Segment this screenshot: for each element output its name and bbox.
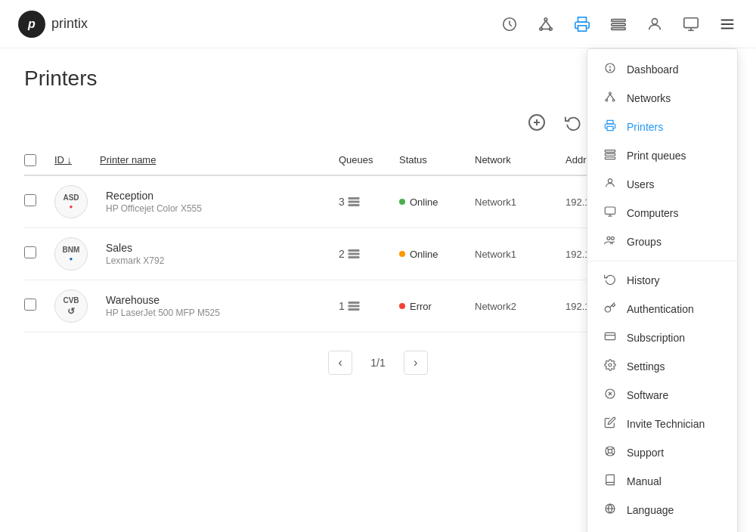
groups-label: Groups [627, 236, 662, 248]
queue-count: 2 [339, 248, 399, 260]
subscription-label: Subscription [627, 332, 685, 344]
menu-item-users[interactable]: Users [587, 170, 737, 199]
groups-icon [603, 234, 618, 249]
manual-icon [603, 474, 618, 489]
menu-item-subscription[interactable]: Subscription [587, 323, 737, 352]
network-icon[interactable] [535, 14, 556, 35]
avatar-initials: BNM [63, 246, 80, 254]
col-printer-name[interactable]: Printer name [100, 154, 339, 169]
dashboard-label: Dashboard [627, 63, 679, 76]
menu-item-manual[interactable]: Manual [587, 467, 737, 496]
printer-avatar: BNM ● [54, 237, 100, 271]
select-all-checkbox[interactable] [24, 154, 54, 169]
col-queues: Queues [339, 154, 399, 169]
menu-item-printers[interactable]: Printers [587, 113, 737, 141]
menu-item-invite-technician[interactable]: Invite Technician [587, 410, 737, 438]
user-nav-icon[interactable] [644, 14, 665, 35]
menu-item-support[interactable]: Support [587, 438, 737, 467]
row-checkbox[interactable] [24, 194, 54, 209]
svg-point-1 [544, 17, 547, 20]
app-name: printix [51, 16, 88, 32]
svg-point-55 [608, 449, 612, 453]
software-icon [603, 388, 618, 403]
printer-model: Lexmark X792 [106, 255, 339, 266]
svg-rect-45 [605, 207, 615, 214]
menu-item-software[interactable]: Software [587, 381, 737, 410]
settings-icon [603, 359, 618, 374]
status-dot [399, 303, 405, 309]
hamburger-menu-icon[interactable] [717, 14, 738, 35]
header-icons [499, 14, 738, 35]
print-queues-label: Print queues [627, 150, 686, 162]
language-label: Language [627, 504, 674, 516]
refresh-button[interactable] [559, 109, 587, 136]
svg-rect-10 [612, 23, 625, 26]
logo-letter: p [28, 17, 36, 31]
clock-icon[interactable] [499, 14, 520, 35]
invite-technician-label: Invite Technician [627, 418, 705, 430]
authentication-icon [603, 302, 618, 317]
svg-rect-41 [605, 150, 615, 153]
menu-item-history[interactable]: History [587, 266, 737, 295]
col-id[interactable]: ID ↓ [54, 154, 100, 169]
status-text: Error [410, 301, 432, 312]
svg-line-38 [610, 94, 614, 100]
computer-nav-icon[interactable] [680, 14, 702, 35]
menu-item-computers[interactable]: Computers [587, 199, 737, 227]
col-network: Network [475, 154, 565, 169]
menu-item-print-queues[interactable]: Print queues [587, 141, 737, 170]
history-icon [603, 273, 618, 288]
printers-menu-icon [603, 119, 618, 135]
subscription-icon [603, 330, 618, 345]
printer-name: Warehouse [106, 294, 339, 306]
row-checkbox[interactable] [24, 298, 54, 314]
svg-point-48 [607, 237, 610, 240]
svg-point-49 [611, 237, 614, 240]
menu-item-sign-out[interactable]: Sign out [587, 524, 737, 532]
svg-point-44 [608, 179, 612, 183]
svg-rect-42 [605, 153, 615, 156]
menu-item-dashboard[interactable]: Dashboard [587, 55, 737, 84]
printqueue-icon[interactable] [608, 14, 629, 35]
menu-item-networks[interactable]: Networks [587, 84, 737, 113]
printer-avatar: ASD ● [54, 185, 100, 218]
row-checkbox[interactable] [24, 246, 54, 261]
svg-point-33 [609, 70, 610, 70]
menu-item-groups[interactable]: Groups [587, 227, 737, 256]
users-icon [603, 177, 618, 192]
avatar-colors: ● [70, 255, 73, 262]
computers-icon [603, 206, 618, 221]
svg-point-34 [609, 92, 612, 94]
status-dot [399, 199, 405, 205]
add-printer-button[interactable] [523, 109, 550, 136]
status-badge: Online [399, 249, 475, 260]
status-text: Online [410, 196, 438, 208]
prev-page-button[interactable]: ‹ [328, 351, 352, 375]
svg-line-4 [541, 20, 546, 27]
software-label: Software [627, 389, 668, 401]
status-text: Online [410, 249, 438, 260]
computers-label: Computers [627, 207, 678, 219]
svg-rect-8 [578, 25, 587, 30]
menu-item-settings[interactable]: Settings [587, 352, 737, 381]
svg-rect-23 [348, 201, 359, 203]
avatar-colors: ↺ [67, 306, 75, 317]
svg-rect-22 [348, 197, 359, 200]
svg-rect-28 [348, 302, 359, 304]
menu-item-authentication[interactable]: Authentication [587, 295, 737, 323]
queue-count: 1 [339, 300, 399, 312]
networks-label: Networks [627, 92, 671, 104]
svg-rect-43 [605, 157, 615, 159]
printer-avatar: CVB ↺ [54, 289, 100, 323]
menu-item-language[interactable]: Language [587, 496, 737, 524]
printer-icon[interactable] [572, 14, 593, 35]
svg-rect-27 [348, 256, 359, 258]
dashboard-icon [603, 62, 618, 77]
svg-point-36 [612, 99, 615, 101]
menu-divider [587, 261, 737, 261]
svg-rect-30 [348, 308, 359, 311]
svg-rect-40 [607, 126, 613, 130]
avatar-initials: CVB [63, 296, 79, 305]
next-page-button[interactable]: › [404, 351, 428, 375]
svg-point-12 [652, 18, 657, 23]
